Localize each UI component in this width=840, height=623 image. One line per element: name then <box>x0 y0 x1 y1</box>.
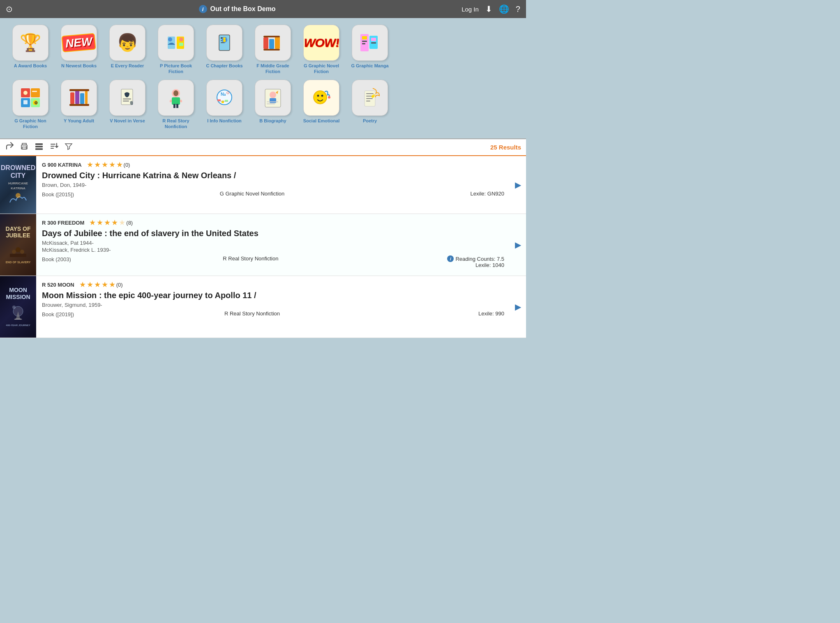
result-meta: Book ([2019]) R Real Story Nonfiction Le… <box>42 310 504 318</box>
print-icon[interactable] <box>20 142 29 153</box>
chapter-svg <box>212 30 237 55</box>
category-chapter[interactable]: C Chapter Books <box>202 25 247 75</box>
svg-rect-57 <box>267 101 278 102</box>
download-icon[interactable]: ⬇ <box>485 4 492 14</box>
svg-rect-64 <box>366 93 374 94</box>
middle-grade-icon-box <box>255 25 291 61</box>
star-1: ★ <box>79 280 86 289</box>
category-manga[interactable]: G Graphic Manga <box>348 25 392 75</box>
toolbar: 25 Results <box>0 138 526 156</box>
share-icon[interactable] <box>5 142 14 153</box>
year-text: Book ([2019]) <box>42 311 74 317</box>
rating-count: (0) <box>124 162 130 168</box>
biography-svg <box>260 85 286 110</box>
svg-rect-77 <box>10 254 26 257</box>
category-young-adult[interactable]: Y Young Adult <box>57 80 101 130</box>
login-button[interactable]: Log In <box>462 6 479 13</box>
young-adult-svg <box>66 85 92 110</box>
result-content-jubilee: R 300 FREEDOM ★ ★ ★ ★ ★ (8) Days of Jubi… <box>36 214 510 276</box>
category-graphic-nonfiction[interactable]: ⚙ G Graphic Non Fiction <box>8 80 53 130</box>
help-icon[interactable]: ? <box>516 5 520 14</box>
book-author: Brouwer, Sigmund, 1959- <box>42 302 504 308</box>
social-emotional-svg <box>309 85 334 110</box>
category-biography[interactable]: B Biography <box>251 80 295 130</box>
every-reader-emoji: 👦 <box>117 34 138 51</box>
svg-point-28 <box>23 91 28 95</box>
category-social-emotional[interactable]: Social Emotional <box>299 80 344 130</box>
sort-icon[interactable] <box>49 142 58 153</box>
table-row: DROWNED CITY HURRICANE KATRINA G 900 KAT… <box>0 156 526 214</box>
category-graphic-novel[interactable]: WOW! G Graphic Novel Fiction <box>299 25 344 75</box>
category-section: 🏆 A Award Books NEW N Newest Books 👦 E E… <box>0 18 526 138</box>
table-row: MOON MISSION 400-YEAR JOURNEY R 520 MOON… <box>0 276 526 338</box>
book-author: Brown, Don, 1949- <box>42 182 504 188</box>
svg-rect-50 <box>217 99 221 101</box>
rc-label-row: i Reading Counts: 7.5 <box>430 255 504 262</box>
svg-rect-20 <box>362 43 365 44</box>
category-every-reader[interactable]: 👦 E Every Reader <box>105 25 150 75</box>
category-novel-verse[interactable]: V Novel in Verse <box>105 80 150 130</box>
result-content-drowned-city: G 900 KATRINA ★ ★ ★ ★ ★ (0) Drowned City… <box>36 156 510 214</box>
svg-point-10 <box>223 37 226 40</box>
category-newest[interactable]: NEW N Newest Books <box>57 25 101 75</box>
category-row-2: ⚙ G Graphic Non Fiction Y Young Adult <box>8 80 518 130</box>
result-content-moon: R 520 MOON ★ ★ ★ ★ ★ (0) Moon Mission : … <box>36 276 510 338</box>
call-number: R 520 MOON <box>42 282 74 288</box>
category-middle-grade[interactable]: F Middle Grade Fiction <box>251 25 295 75</box>
list-icon[interactable] <box>35 142 44 153</box>
svg-point-62 <box>328 96 330 99</box>
result-arrow[interactable]: ▶ <box>510 156 526 214</box>
svg-point-55 <box>270 92 276 98</box>
star-2: ★ <box>94 160 101 169</box>
svg-rect-37 <box>69 89 89 91</box>
svg-text:O: O <box>226 91 229 95</box>
filter-icon[interactable] <box>64 142 73 153</box>
real-story-svg <box>163 85 189 110</box>
svg-rect-11 <box>223 40 226 42</box>
results-list: DROWNED CITY HURRICANE KATRINA G 900 KAT… <box>0 156 526 338</box>
star-5: ★ <box>109 280 115 289</box>
result-header: G 900 KATRINA ★ ★ ★ ★ ★ (0) <box>42 160 504 169</box>
svg-rect-23 <box>371 42 376 44</box>
wow-badge: WOW! <box>303 36 339 50</box>
novel-verse-icon-box <box>109 80 145 116</box>
star-3: ★ <box>102 160 108 169</box>
globe-icon[interactable]: 🌐 <box>499 4 509 14</box>
result-arrow[interactable]: ▶ <box>510 214 526 276</box>
category-picture-book[interactable]: P Picture Book Fiction <box>154 25 198 75</box>
category-real-story[interactable]: R Real Story Nonfiction <box>154 80 198 130</box>
app-title: Out of the Box Demo <box>210 5 276 13</box>
info-icon[interactable]: i <box>199 5 207 13</box>
svg-rect-35 <box>80 93 84 104</box>
star-rating: ★ ★ ★ ★ ★ (0) <box>87 160 130 169</box>
award-label: A Award Books <box>14 63 47 69</box>
svg-rect-44 <box>173 104 175 108</box>
svg-rect-75 <box>35 148 43 150</box>
svg-point-79 <box>16 247 21 252</box>
svg-rect-45 <box>176 104 178 108</box>
category-info-nonfiction[interactable]: N₂ O I Info Nonfiction <box>202 80 247 130</box>
result-meta: Book ([2015]) G Graphic Novel Nonfiction… <box>42 191 504 198</box>
app-header: ⊙ i Out of the Box Demo Log In ⬇ 🌐 ? <box>0 0 526 18</box>
category-award[interactable]: 🏆 A Award Books <box>8 25 53 75</box>
book-lexile: Lexile: 990 <box>430 310 504 317</box>
svg-rect-40 <box>123 99 131 99</box>
poetry-label: Poetry <box>363 118 377 124</box>
svg-rect-18 <box>362 36 367 39</box>
category-poetry[interactable]: Poetry <box>348 80 392 130</box>
svg-rect-73 <box>35 143 43 145</box>
manga-icon-box <box>352 25 388 61</box>
svg-rect-4 <box>179 43 183 46</box>
young-adult-label: Y Young Adult <box>64 118 94 124</box>
book-cover-moon: MOON MISSION 400-YEAR JOURNEY <box>0 276 36 338</box>
book-title: Days of Jubilee : the end of slavery in … <box>42 229 504 238</box>
book-year: Book (2003) <box>42 255 71 263</box>
table-row: DAYS OF JUBILEE END OF SLAVERY R 300 FRE… <box>0 214 526 276</box>
cover-art: DAYS OF JUBILEE END OF SLAVERY <box>0 214 36 276</box>
svg-point-61 <box>321 94 323 97</box>
result-arrow[interactable]: ▶ <box>510 276 526 338</box>
svg-rect-15 <box>263 36 280 37</box>
chapter-label: C Chapter Books <box>206 63 242 69</box>
real-story-label: R Real Story Nonfiction <box>154 118 198 130</box>
svg-point-59 <box>314 91 327 104</box>
